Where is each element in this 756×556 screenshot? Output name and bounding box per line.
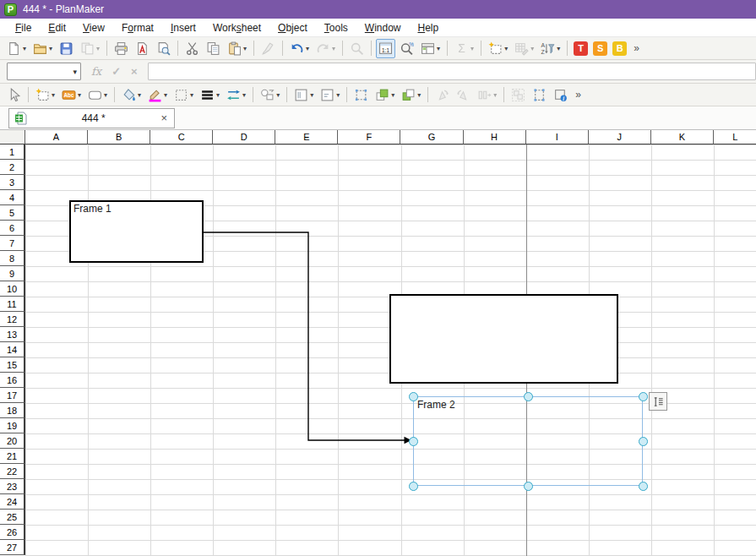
- presentations-launch-button[interactable]: S: [593, 41, 607, 56]
- column-header-c[interactable]: C: [150, 130, 213, 144]
- dropdown-caret-icon[interactable]: ▾: [216, 91, 220, 99]
- formula-input[interactable]: [148, 63, 756, 80]
- menu-item-help[interactable]: Help: [409, 19, 447, 36]
- row-header-12[interactable]: 12: [0, 312, 25, 327]
- dropdown-caret-icon[interactable]: ▾: [52, 91, 55, 99]
- object-properties-button[interactable]: [551, 85, 570, 105]
- insert-frame-button[interactable]: ▾: [33, 85, 57, 105]
- autoshape-button[interactable]: ▾: [258, 85, 282, 105]
- dropdown-caret-icon[interactable]: ▾: [437, 45, 440, 52]
- selection-handle-bottom-right[interactable]: [639, 482, 648, 491]
- copy-button[interactable]: [204, 39, 223, 58]
- rectangle-object[interactable]: [389, 294, 618, 384]
- undo-button[interactable]: ▾: [287, 39, 312, 58]
- cancel-entry-button[interactable]: ×: [131, 65, 138, 78]
- insert-frame-button[interactable]: ▾: [486, 39, 510, 58]
- row-header-26[interactable]: 26: [0, 525, 25, 540]
- align-distribute-button[interactable]: ▾: [475, 85, 499, 105]
- dropdown-caret-icon[interactable]: ▾: [96, 45, 100, 52]
- row-header-23[interactable]: 23: [0, 479, 25, 494]
- text-alignment-button[interactable]: ▾: [318, 85, 342, 105]
- format-painter-button[interactable]: [258, 39, 278, 58]
- row-header-5[interactable]: 5: [0, 205, 25, 221]
- text-options-button[interactable]: ▾: [291, 85, 316, 105]
- search-button[interactable]: [347, 39, 367, 58]
- frame2-object-selected[interactable]: Frame 2: [413, 396, 643, 486]
- chevron-down-icon[interactable]: ▾: [69, 68, 80, 76]
- connector-style-button[interactable]: ▾: [224, 85, 248, 105]
- dropdown-caret-icon[interactable]: ▾: [78, 91, 81, 99]
- insert-function-button[interactable]: fx: [91, 65, 101, 78]
- select-all-corner[interactable]: [0, 130, 25, 144]
- paste-button[interactable]: ▾: [225, 39, 249, 58]
- send-to-back-button[interactable]: ▾: [399, 85, 423, 105]
- dropdown-caret-icon[interactable]: ▾: [504, 45, 508, 52]
- menu-item-tools[interactable]: Tools: [316, 19, 356, 36]
- row-header-27[interactable]: 27: [0, 540, 25, 555]
- row-header-24[interactable]: 24: [0, 494, 25, 510]
- row-header-8[interactable]: 8: [0, 251, 25, 266]
- menu-item-format[interactable]: Format: [113, 19, 162, 36]
- dropdown-caret-icon[interactable]: ▾: [493, 91, 497, 99]
- line-width-button[interactable]: ▾: [198, 85, 222, 105]
- dropdown-caret-icon[interactable]: ▾: [276, 91, 280, 99]
- dropdown-caret-icon[interactable]: ▾: [306, 45, 309, 52]
- dropdown-caret-icon[interactable]: ▾: [190, 91, 193, 99]
- print-button[interactable]: [111, 39, 131, 58]
- cut-button[interactable]: [182, 39, 202, 58]
- menu-item-edit[interactable]: Edit: [40, 19, 74, 36]
- column-header-k[interactable]: K: [651, 130, 714, 144]
- column-header-b[interactable]: B: [88, 130, 150, 144]
- frame-outline-button[interactable]: [530, 85, 549, 105]
- column-header-e[interactable]: E: [275, 130, 338, 144]
- selection-handle-top-left[interactable]: [409, 392, 418, 401]
- dropdown-caret-icon[interactable]: ▾: [104, 91, 107, 99]
- dropdown-caret-icon[interactable]: ▾: [557, 45, 560, 52]
- row-header-6[interactable]: 6: [0, 221, 25, 236]
- text-frame-button[interactable]: ▾: [59, 85, 84, 105]
- dropdown-caret-icon[interactable]: ▾: [332, 45, 335, 52]
- selection-handle-middle-right[interactable]: [639, 437, 648, 446]
- row-header-10[interactable]: 10: [0, 281, 25, 297]
- column-header-l[interactable]: L: [714, 130, 756, 144]
- column-header-f[interactable]: F: [338, 130, 400, 144]
- line-color-button[interactable]: ▾: [145, 85, 170, 105]
- rotate-right-button[interactable]: [454, 85, 473, 105]
- frame1-object[interactable]: Frame 1: [69, 200, 204, 263]
- menu-item-view[interactable]: View: [74, 19, 113, 36]
- row-header-7[interactable]: 7: [0, 236, 25, 251]
- selection-handle-top-middle[interactable]: [524, 392, 533, 401]
- row-header-19[interactable]: 19: [0, 418, 25, 433]
- selection-handle-top-right[interactable]: [639, 392, 648, 401]
- save-all-button[interactable]: ▾: [78, 39, 102, 58]
- freeze-panes-button[interactable]: ▾: [418, 39, 443, 58]
- dropdown-caret-icon[interactable]: ▾: [470, 45, 474, 52]
- autosum-button[interactable]: ▾: [452, 39, 476, 58]
- menu-item-object[interactable]: Object: [269, 19, 316, 36]
- menu-item-worksheet[interactable]: Worksheet: [204, 19, 269, 36]
- rotate-left-button[interactable]: [432, 85, 452, 105]
- close-tab-icon[interactable]: ×: [159, 112, 169, 124]
- dropdown-caret-icon[interactable]: ▾: [417, 91, 421, 99]
- dropdown-caret-icon[interactable]: ▾: [49, 45, 52, 52]
- row-header-18[interactable]: 18: [0, 403, 25, 418]
- row-header-13[interactable]: 13: [0, 327, 25, 342]
- row-header-21[interactable]: 21: [0, 449, 25, 464]
- document-tab[interactable]: 444 * ×: [8, 108, 175, 128]
- cell-grid[interactable]: Frame 1 Frame 2: [25, 144, 756, 556]
- row-header-16[interactable]: 16: [0, 373, 25, 388]
- dropdown-caret-icon[interactable]: ▾: [336, 91, 340, 99]
- row-header-9[interactable]: 9: [0, 266, 25, 281]
- row-header-4[interactable]: 4: [0, 190, 25, 205]
- selection-handle-bottom-left[interactable]: [409, 482, 418, 491]
- selection-handle-middle-left[interactable]: [409, 437, 418, 446]
- redo-button[interactable]: ▾: [313, 39, 338, 58]
- basicmaker-launch-button[interactable]: B: [612, 41, 627, 56]
- dropdown-caret-icon[interactable]: ▾: [242, 91, 246, 99]
- dropdown-caret-icon[interactable]: ▾: [138, 91, 141, 99]
- sort-filter-button[interactable]: ▾: [538, 39, 563, 58]
- new-document-button[interactable]: ▾: [4, 39, 29, 58]
- row-header-20[interactable]: 20: [0, 433, 25, 449]
- column-header-h[interactable]: H: [464, 130, 526, 144]
- row-header-11[interactable]: 11: [0, 297, 25, 312]
